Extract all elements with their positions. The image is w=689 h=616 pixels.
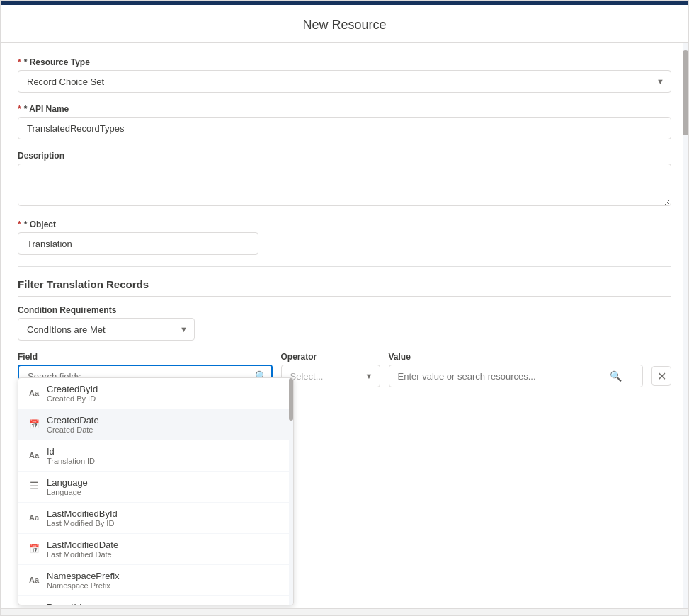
dropdown-item-parent-id[interactable]: ParentId Parent ID [18,596,293,605]
modal-scrollbar-thumb[interactable] [683,50,688,135]
dropdown-item-id[interactable]: Id Translation ID [18,440,293,472]
field-label: Field [18,352,273,362]
field-dropdown: CreatedById Created By ID CreatedDate Cr… [18,377,294,605]
api-name-section: * * API Name [18,104,671,139]
api-name-label: * * API Name [18,104,671,114]
description-label: Description [18,151,671,161]
conditions-select[interactable]: CondItIons are Met [18,318,195,341]
modal-scrollbar-track[interactable] [683,43,688,608]
dropdown-item-created-by-id[interactable]: CreatedById Created By ID [18,378,293,409]
dropdown-item-created-date[interactable]: CreatedDate Created Date [18,409,293,440]
filter-section: Filter Translation Records Condition Req… [18,278,671,387]
object-input-wrapper [18,232,258,255]
conditions-select-wrapper: CondItIons are Met ▼ [18,318,195,341]
value-input[interactable] [389,365,644,387]
value-label: Value [389,352,644,362]
object-section: * * Object [18,219,671,255]
dropdown-scrollbar-thumb [289,378,293,421]
ns-prefix-text-icon [27,572,41,586]
dropdown-item-last-modified-date[interactable]: LastModifiedDate Last Modified Date [18,534,293,565]
field-column: Field 🔍 CreatedById [18,352,273,387]
dropdown-scroll-area[interactable]: CreatedById Created By ID CreatedDate Cr… [18,378,293,605]
operator-select[interactable]: Select... [281,365,380,387]
description-section: Description [18,151,671,208]
list-field-icon [27,479,41,493]
resource-type-section: * * Resource Type Record Choice Set ▼ [18,57,671,93]
delete-condition-btn-wrapper: ✕ [651,366,671,386]
last-mod-date-icon [27,541,41,555]
api-name-input[interactable] [18,117,671,139]
dropdown-item-language[interactable]: Language Language [18,472,293,503]
description-textarea[interactable] [18,164,671,206]
object-label: * * Object [18,219,671,229]
modal-title: New Resource [1,5,688,43]
text-field-icon [27,385,41,399]
parent-id-text-icon [27,603,41,605]
resource-type-select-wrapper: Record Choice Set ▼ [18,70,671,93]
divider-1 [18,266,671,267]
filter-row: Field 🔍 CreatedById [18,352,671,387]
value-input-wrapper: 🔍 [389,365,644,387]
resource-type-select[interactable]: Record Choice Set [18,70,671,93]
delete-condition-button[interactable]: ✕ [651,366,671,386]
bottom-bar [1,608,688,615]
object-input[interactable] [18,232,258,255]
last-mod-text-field-icon [27,510,41,524]
condition-requirements-section: Condition Requirements CondItIons are Me… [18,305,671,341]
id-text-field-icon [27,447,41,462]
dropdown-item-namespace-prefix[interactable]: NamespacePrefix Namespace Prefix [18,565,293,596]
dropdown-item-last-modified-by-id[interactable]: LastModifiedById Last Modified By ID [18,503,293,534]
operator-column: Operator Select... ▼ [281,352,380,387]
condition-requirements-label: Condition Requirements [18,305,671,315]
value-search-icon[interactable]: 🔍 [610,370,622,382]
date-field-icon [27,416,41,430]
operator-select-wrapper: Select... ▼ [281,365,380,387]
resource-type-label: * * Resource Type [18,57,671,67]
value-column: Value 🔍 [389,352,644,387]
dropdown-scrollbar [289,378,293,605]
filter-title: Filter Translation Records [18,278,671,297]
operator-label: Operator [281,352,380,362]
